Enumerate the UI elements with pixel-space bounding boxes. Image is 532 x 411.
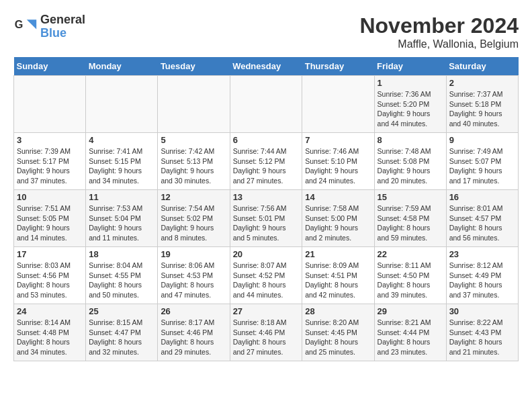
calendar-cell: 23Sunrise: 8:12 AM Sunset: 4:49 PM Dayli…	[446, 247, 518, 304]
calendar-cell: 10Sunrise: 7:51 AM Sunset: 5:05 PM Dayli…	[14, 190, 86, 247]
calendar-cell: 26Sunrise: 8:17 AM Sunset: 4:46 PM Dayli…	[158, 304, 230, 361]
day-number: 14	[305, 192, 371, 202]
day-number: 15	[378, 192, 443, 202]
page-subtitle: Maffle, Wallonia, Belgium	[359, 38, 519, 50]
day-info: Sunrise: 8:09 AM Sunset: 4:51 PM Dayligh…	[305, 261, 371, 300]
day-number: 24	[17, 306, 83, 316]
calendar-cell: 6Sunrise: 7:44 AM Sunset: 5:12 PM Daylig…	[230, 133, 302, 190]
page-title: November 2024	[359, 13, 519, 38]
logo-line1: General	[40, 13, 85, 27]
calendar-cell	[230, 76, 302, 133]
day-number: 30	[449, 306, 515, 316]
calendar-cell	[14, 76, 86, 133]
day-info: Sunrise: 7:41 AM Sunset: 5:15 PM Dayligh…	[89, 146, 154, 186]
day-number: 2	[449, 78, 515, 88]
day-info: Sunrise: 7:53 AM Sunset: 5:04 PM Dayligh…	[89, 203, 154, 243]
day-info: Sunrise: 8:07 AM Sunset: 4:52 PM Dayligh…	[233, 261, 300, 300]
calendar-cell: 25Sunrise: 8:15 AM Sunset: 4:47 PM Dayli…	[86, 304, 158, 361]
day-number: 20	[233, 249, 300, 259]
day-info: Sunrise: 7:46 AM Sunset: 5:10 PM Dayligh…	[305, 146, 371, 186]
day-info: Sunrise: 8:17 AM Sunset: 4:46 PM Dayligh…	[161, 318, 226, 357]
day-number: 26	[161, 306, 226, 316]
day-number: 11	[89, 192, 154, 202]
header-day-sunday: Sunday	[14, 57, 86, 76]
calendar-cell: 1Sunrise: 7:36 AM Sunset: 5:20 PM Daylig…	[374, 76, 446, 133]
day-number: 13	[233, 192, 300, 202]
day-info: Sunrise: 8:18 AM Sunset: 4:46 PM Dayligh…	[233, 318, 300, 357]
calendar-cell: 3Sunrise: 7:39 AM Sunset: 5:17 PM Daylig…	[14, 133, 86, 190]
day-info: Sunrise: 8:22 AM Sunset: 4:43 PM Dayligh…	[449, 318, 515, 357]
day-number: 18	[89, 249, 154, 259]
day-number: 4	[89, 135, 154, 145]
calendar-cell	[302, 76, 374, 133]
logo-text: General Blue	[40, 13, 85, 40]
day-number: 19	[161, 249, 226, 259]
calendar-week-4: 17Sunrise: 8:03 AM Sunset: 4:56 PM Dayli…	[14, 247, 519, 304]
calendar-week-2: 3Sunrise: 7:39 AM Sunset: 5:17 PM Daylig…	[14, 133, 519, 190]
day-info: Sunrise: 7:54 AM Sunset: 5:02 PM Dayligh…	[161, 203, 226, 243]
logo: G General Blue	[13, 13, 85, 40]
day-number: 23	[449, 249, 515, 259]
calendar-cell: 9Sunrise: 7:49 AM Sunset: 5:07 PM Daylig…	[446, 133, 518, 190]
day-info: Sunrise: 7:51 AM Sunset: 5:05 PM Dayligh…	[17, 203, 83, 243]
day-number: 27	[233, 306, 300, 316]
day-info: Sunrise: 8:15 AM Sunset: 4:47 PM Dayligh…	[89, 318, 154, 357]
calendar-cell: 24Sunrise: 8:14 AM Sunset: 4:48 PM Dayli…	[14, 304, 86, 361]
page-header: G General Blue November 2024 Maffle, Wal…	[13, 13, 519, 50]
calendar-cell: 14Sunrise: 7:58 AM Sunset: 5:00 PM Dayli…	[302, 190, 374, 247]
calendar-cell: 27Sunrise: 8:18 AM Sunset: 4:46 PM Dayli…	[230, 304, 302, 361]
calendar-cell: 22Sunrise: 8:11 AM Sunset: 4:50 PM Dayli…	[374, 247, 446, 304]
day-number: 3	[17, 135, 83, 145]
day-number: 16	[449, 192, 515, 202]
calendar-cell: 19Sunrise: 8:06 AM Sunset: 4:53 PM Dayli…	[158, 247, 230, 304]
calendar-cell: 28Sunrise: 8:20 AM Sunset: 4:45 PM Dayli…	[302, 304, 374, 361]
day-number: 28	[305, 306, 371, 316]
header-day-tuesday: Tuesday	[158, 57, 230, 76]
calendar-cell: 29Sunrise: 8:21 AM Sunset: 4:44 PM Dayli…	[374, 304, 446, 361]
day-info: Sunrise: 8:21 AM Sunset: 4:44 PM Dayligh…	[378, 318, 443, 357]
day-number: 5	[161, 135, 226, 145]
day-number: 25	[89, 306, 154, 316]
day-info: Sunrise: 7:36 AM Sunset: 5:20 PM Dayligh…	[378, 89, 443, 129]
day-number: 8	[378, 135, 443, 145]
calendar-cell	[158, 76, 230, 133]
calendar-cell	[86, 76, 158, 133]
svg-marker-1	[27, 19, 36, 29]
calendar-week-5: 24Sunrise: 8:14 AM Sunset: 4:48 PM Dayli…	[14, 304, 519, 361]
logo-line2: Blue	[40, 27, 85, 40]
day-number: 12	[161, 192, 226, 202]
day-info: Sunrise: 8:04 AM Sunset: 4:55 PM Dayligh…	[89, 261, 154, 300]
calendar-header-row: SundayMondayTuesdayWednesdayThursdayFrid…	[14, 57, 519, 76]
day-info: Sunrise: 7:56 AM Sunset: 5:01 PM Dayligh…	[233, 203, 300, 243]
calendar-cell: 13Sunrise: 7:56 AM Sunset: 5:01 PM Dayli…	[230, 190, 302, 247]
day-info: Sunrise: 8:06 AM Sunset: 4:53 PM Dayligh…	[161, 261, 226, 300]
calendar-cell: 11Sunrise: 7:53 AM Sunset: 5:04 PM Dayli…	[86, 190, 158, 247]
logo-icon: G	[13, 15, 38, 39]
day-info: Sunrise: 7:42 AM Sunset: 5:13 PM Dayligh…	[161, 146, 226, 186]
calendar-cell: 17Sunrise: 8:03 AM Sunset: 4:56 PM Dayli…	[14, 247, 86, 304]
calendar-cell: 30Sunrise: 8:22 AM Sunset: 4:43 PM Dayli…	[446, 304, 518, 361]
day-info: Sunrise: 8:01 AM Sunset: 4:57 PM Dayligh…	[449, 203, 515, 243]
calendar-week-1: 1Sunrise: 7:36 AM Sunset: 5:20 PM Daylig…	[14, 76, 519, 133]
calendar-cell: 2Sunrise: 7:37 AM Sunset: 5:18 PM Daylig…	[446, 76, 518, 133]
day-info: Sunrise: 7:49 AM Sunset: 5:07 PM Dayligh…	[449, 146, 515, 186]
title-area: November 2024 Maffle, Wallonia, Belgium	[359, 13, 519, 50]
calendar-cell: 21Sunrise: 8:09 AM Sunset: 4:51 PM Dayli…	[302, 247, 374, 304]
day-number: 29	[378, 306, 443, 316]
calendar-cell: 7Sunrise: 7:46 AM Sunset: 5:10 PM Daylig…	[302, 133, 374, 190]
day-info: Sunrise: 7:37 AM Sunset: 5:18 PM Dayligh…	[449, 89, 515, 129]
day-number: 22	[378, 249, 443, 259]
day-info: Sunrise: 8:12 AM Sunset: 4:49 PM Dayligh…	[449, 261, 515, 300]
calendar-cell: 4Sunrise: 7:41 AM Sunset: 5:15 PM Daylig…	[86, 133, 158, 190]
header-day-friday: Friday	[374, 57, 446, 76]
day-number: 17	[17, 249, 83, 259]
day-number: 9	[449, 135, 515, 145]
calendar-table: SundayMondayTuesdayWednesdayThursdayFrid…	[13, 57, 519, 361]
day-info: Sunrise: 7:59 AM Sunset: 4:58 PM Dayligh…	[378, 203, 443, 243]
day-number: 21	[305, 249, 371, 259]
calendar-cell: 8Sunrise: 7:48 AM Sunset: 5:08 PM Daylig…	[374, 133, 446, 190]
calendar-cell: 20Sunrise: 8:07 AM Sunset: 4:52 PM Dayli…	[230, 247, 302, 304]
header-day-thursday: Thursday	[302, 57, 374, 76]
day-info: Sunrise: 7:48 AM Sunset: 5:08 PM Dayligh…	[378, 146, 443, 186]
header-day-wednesday: Wednesday	[230, 57, 302, 76]
